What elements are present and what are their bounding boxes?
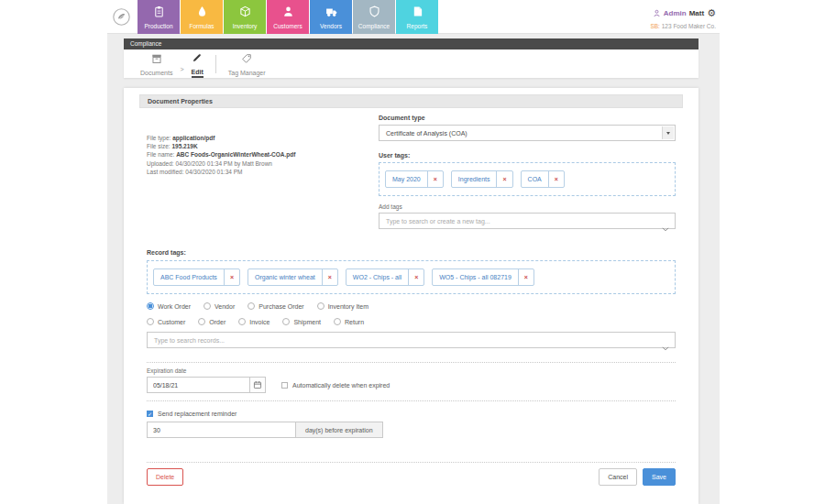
tag-label: Organic winter wheat <box>248 269 322 285</box>
user-tag-chip: Ingredients × <box>451 170 513 188</box>
remove-tag-icon[interactable]: × <box>408 269 424 285</box>
user-name[interactable]: Matt <box>689 9 704 17</box>
remove-tag-icon[interactable]: × <box>548 171 564 187</box>
add-tags-placeholder: Type to search or create a new tag... <box>380 218 490 225</box>
nav-label: Compliance <box>358 23 390 29</box>
nav-tab-reports[interactable]: Reports <box>396 0 438 34</box>
tag-label: Ingredients <box>452 171 497 187</box>
record-tag-chip: WO2 - Chips - all × <box>346 268 424 286</box>
chevron-down-icon <box>662 219 669 236</box>
page: Production Formulas Inventory Customers … <box>0 0 825 504</box>
nav-label: Formulas <box>189 23 214 29</box>
record-type-row-2: Customer Order Invoice Shipment Return <box>147 318 676 325</box>
record-tag-chip: Organic winter wheat × <box>248 268 338 286</box>
tab-edit[interactable]: Edit <box>187 50 208 78</box>
last-modified-line: Last modified: 04/30/2020 01:34 PM <box>147 168 379 176</box>
company-prefix: SB: <box>650 23 659 29</box>
radio-inventory-item[interactable]: Inventory Item <box>317 302 368 310</box>
settings-gear-icon[interactable]: ⚙ <box>707 8 716 18</box>
archive-icon <box>151 51 162 68</box>
main-nav: Production Formulas Inventory Customers … <box>138 0 438 34</box>
tab-tag-manager[interactable]: Tag Manager <box>224 51 270 76</box>
tag-label: WO5 - Chips - all 082719 <box>433 269 518 285</box>
calendar-icon[interactable] <box>250 377 266 393</box>
checkbox-unchecked[interactable] <box>281 382 288 389</box>
expiration-date-input[interactable] <box>147 377 250 393</box>
breadcrumb: Compliance <box>124 38 698 49</box>
tag-label: COA <box>522 171 548 187</box>
user-icon <box>653 5 661 21</box>
days-suffix-label: day(s) before expiration <box>296 422 383 438</box>
app-window: Production Formulas Inventory Customers … <box>107 0 720 504</box>
droplet-icon <box>196 5 208 21</box>
tab-label: Tag Manager <box>228 70 266 76</box>
radio-invoice[interactable]: Invoice <box>238 318 270 325</box>
panel-title: Document Properties <box>139 94 683 108</box>
user-block: Admin Matt ⚙ SB: 123 Food Maker Co. <box>650 5 716 29</box>
tab-documents[interactable]: Documents <box>136 51 177 76</box>
document-properties-panel: Document Properties File type: applicati… <box>124 88 698 504</box>
radio-vendor[interactable]: Vendor <box>204 302 235 310</box>
nav-tab-production[interactable]: Production <box>138 0 180 34</box>
add-tags-label: Add tags <box>379 203 676 210</box>
nav-tab-formulas[interactable]: Formulas <box>181 0 223 34</box>
shield-icon <box>368 5 380 21</box>
nav-label: Production <box>144 23 172 29</box>
radio-order[interactable]: Order <box>198 318 226 325</box>
pencil-icon <box>192 50 203 67</box>
send-reminder-checkbox[interactable]: ✓ Send replacement reminder <box>147 411 676 417</box>
add-tags-select[interactable]: Type to search or create a new tag... <box>379 213 676 229</box>
record-tag-chip: ABC Food Products × <box>153 268 240 286</box>
radio-purchase-order[interactable]: Purchase Order <box>248 302 303 310</box>
remove-tag-icon[interactable]: × <box>496 171 512 187</box>
file-size-value: 195.219K <box>171 143 197 149</box>
expiration-date-label: Expiration date <box>147 367 676 374</box>
save-button[interactable]: Save <box>643 468 676 486</box>
radio-return[interactable]: Return <box>334 318 364 325</box>
company-line: SB: 123 Food Maker Co. <box>650 23 716 29</box>
tab-label: Edit <box>192 69 204 78</box>
select-dropdown-icon[interactable] <box>662 126 674 139</box>
reminder-days-input[interactable] <box>147 422 296 438</box>
section-tab-bar: Documents > Edit Tag Manager <box>124 49 698 78</box>
cancel-button[interactable]: Cancel <box>599 468 637 486</box>
nav-tab-compliance[interactable]: Compliance <box>353 0 395 34</box>
file-name-value: ABC Foods-OrganicWinterWheat-COA.pdf <box>176 151 295 158</box>
nav-label: Inventory <box>233 23 258 29</box>
separator <box>147 462 676 463</box>
nav-label: Customers <box>273 23 302 29</box>
record-type-row-1: Work Order Vendor Purchase Order Invento… <box>147 302 676 310</box>
remove-tag-icon[interactable]: × <box>224 269 239 285</box>
nav-tab-inventory[interactable]: Inventory <box>224 0 266 34</box>
delete-button[interactable]: Delete <box>147 468 183 486</box>
search-records-select[interactable]: Type to search records... <box>147 332 676 348</box>
record-tags-label: Record tags: <box>147 249 676 257</box>
tab-label: Documents <box>140 70 172 76</box>
tab-divider <box>215 55 216 73</box>
checkbox-checked[interactable]: ✓ <box>147 411 153 417</box>
separator <box>147 400 676 401</box>
remove-tag-icon[interactable]: × <box>518 269 534 285</box>
radio-work-order[interactable]: Work Order <box>147 302 191 310</box>
user-role[interactable]: Admin <box>664 9 687 17</box>
file-name-line: File name: ABC Foods-OrganicWinterWheat-… <box>147 150 379 159</box>
remove-tag-icon[interactable]: × <box>322 269 337 285</box>
record-tags-box: ABC Food Products × Organic winter wheat… <box>147 260 676 294</box>
nav-tab-vendors[interactable]: Vendors <box>310 0 352 34</box>
separator <box>147 362 676 363</box>
radio-shipment[interactable]: Shipment <box>282 318 321 325</box>
document-type-select[interactable]: Certificate of Analysis (COA) <box>379 125 676 141</box>
user-tag-chip: May 2020 × <box>385 170 444 188</box>
auto-delete-checkbox[interactable]: Automatically delete when expired <box>281 382 390 389</box>
search-records-placeholder: Type to search records... <box>148 337 225 344</box>
tag-label: May 2020 <box>386 171 427 187</box>
report-icon <box>412 5 424 21</box>
remove-tag-icon[interactable]: × <box>427 171 443 187</box>
user-tags-label: User tags: <box>379 152 676 159</box>
app-logo-icon[interactable] <box>112 7 131 27</box>
document-type-label: Document type <box>379 115 676 122</box>
company-name: 123 Food Maker Co. <box>662 23 716 29</box>
nav-tab-customers[interactable]: Customers <box>267 0 309 34</box>
radio-customer[interactable]: Customer <box>147 318 185 325</box>
nav-label: Reports <box>407 23 428 29</box>
